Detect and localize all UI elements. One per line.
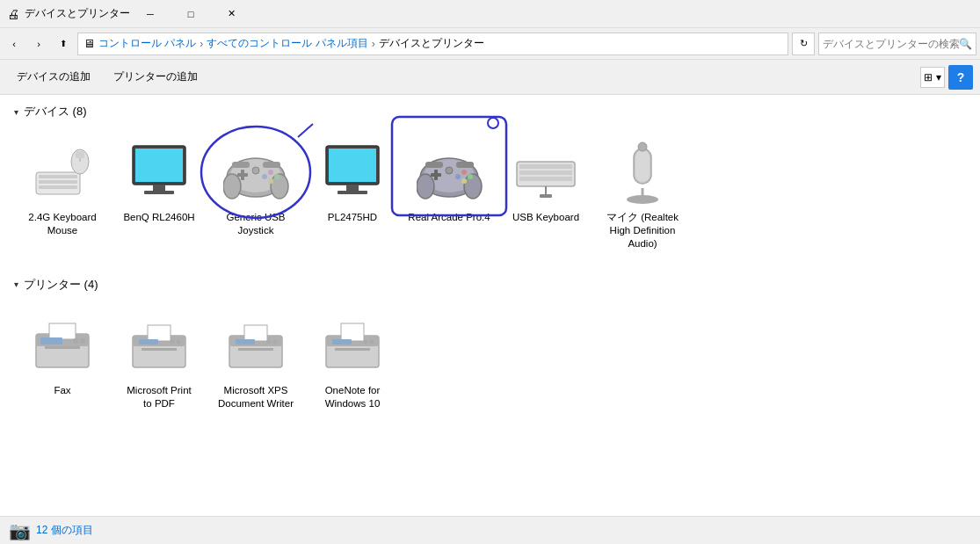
device-fax[interactable]: Fax xyxy=(14,301,111,419)
titlebar-icon: 🖨 xyxy=(7,7,19,21)
search-icon: 🔍 xyxy=(959,38,972,50)
statusbar: 📷 12 個の項目 xyxy=(0,516,980,544)
breadcrumb-icon: 🖥 xyxy=(83,37,95,50)
joystick-icon xyxy=(223,144,289,201)
device-ms-xps[interactable]: Microsoft XPSDocument Writer xyxy=(207,301,304,419)
statusbar-icon: 📷 xyxy=(9,520,31,541)
device-generic-joystick[interactable]: Generic USBJoystick xyxy=(207,128,304,259)
ms-pdf-label: Microsoft Printto PDF xyxy=(127,384,192,410)
titlebar: 🖨 デバイスとプリンター ─ □ ✕ xyxy=(0,0,980,28)
svg-point-61 xyxy=(80,338,85,344)
ms-pdf-icon xyxy=(128,316,190,374)
svg-rect-37 xyxy=(434,170,438,180)
svg-point-67 xyxy=(171,340,175,345)
svg-rect-10 xyxy=(144,191,174,194)
device-real-arcade[interactable]: Real Arcade Pro.4 xyxy=(401,128,497,259)
view-toggle[interactable]: ⊞ ▾ xyxy=(920,67,945,88)
svg-rect-69 xyxy=(142,348,177,351)
up-button[interactable]: ⬆ xyxy=(53,33,74,54)
svg-rect-46 xyxy=(519,164,572,169)
svg-rect-43 xyxy=(456,162,474,168)
svg-rect-8 xyxy=(135,149,183,182)
back-button[interactable]: ‹ xyxy=(4,33,25,54)
add-printer-button[interactable]: プリンターの追加 xyxy=(104,65,207,90)
pl2475hd-icon xyxy=(322,141,383,203)
mic-label: マイク (RealtekHigh DefinitionAudio) xyxy=(606,211,679,250)
breadcrumb: 🖥 コントロール パネル › すべてのコントロール パネル項目 › デバイスとプ… xyxy=(77,33,788,55)
fax-icon-area xyxy=(27,310,98,381)
breadcrumb-controlpanel[interactable]: コントロール パネル xyxy=(98,36,196,51)
svg-point-55 xyxy=(638,142,647,151)
svg-rect-9 xyxy=(153,185,165,192)
ms-xps-label: Microsoft XPSDocument Writer xyxy=(218,384,294,410)
device-onenote[interactable]: OneNote forWindows 10 xyxy=(304,301,401,419)
pl2475hd-label: PL2475HD xyxy=(328,211,377,224)
arcade-icon xyxy=(417,144,483,201)
svg-rect-6 xyxy=(76,151,84,158)
device-ms-pdf[interactable]: Microsoft Printto PDF xyxy=(111,301,207,419)
titlebar-controls: ─ □ ✕ xyxy=(130,0,251,28)
minimize-button[interactable]: ─ xyxy=(130,0,171,28)
svg-point-82 xyxy=(370,340,374,345)
breadcrumb-allitems[interactable]: すべてのコントロール パネル項目 xyxy=(207,36,367,51)
ms-xps-icon-area xyxy=(221,310,291,381)
devices-section-title: デバイス (8) xyxy=(24,104,87,120)
device-benq[interactable]: BenQ RL2460H xyxy=(111,128,207,259)
svg-rect-18 xyxy=(241,170,244,180)
svg-point-21 xyxy=(268,178,273,184)
forward-button[interactable]: › xyxy=(28,33,49,54)
device-usb-keyboard[interactable]: USB Keyboard xyxy=(497,128,594,259)
svg-rect-79 xyxy=(341,323,364,341)
refresh-button[interactable]: ↻ xyxy=(792,33,815,55)
svg-rect-48 xyxy=(519,177,572,181)
svg-rect-3 xyxy=(39,185,77,189)
addressbar: ‹ › ⬆ 🖥 コントロール パネル › すべてのコントロール パネル項目 › … xyxy=(0,28,980,60)
svg-rect-24 xyxy=(263,162,280,168)
printers-section-header[interactable]: ▾ プリンター (4) xyxy=(14,277,966,293)
help-button[interactable]: ? xyxy=(948,65,973,90)
usb-keyboard-icon-area xyxy=(511,137,581,207)
devices-chevron: ▾ xyxy=(14,107,18,117)
svg-rect-76 xyxy=(238,348,273,351)
svg-point-44 xyxy=(446,167,453,174)
mic-icon-area xyxy=(607,137,678,207)
svg-point-34 xyxy=(417,174,434,199)
benq-icon-area xyxy=(124,137,194,207)
svg-rect-2 xyxy=(39,180,77,184)
close-button[interactable]: ✕ xyxy=(211,0,251,28)
search-input[interactable] xyxy=(823,38,959,50)
mic-icon xyxy=(616,140,669,206)
keyboard-mouse-icon xyxy=(32,146,93,199)
onenote-label: OneNote forWindows 10 xyxy=(325,384,381,410)
devices-section-header[interactable]: ▾ デバイス (8) xyxy=(14,104,966,120)
svg-point-39 xyxy=(468,174,473,179)
arcade-label: Real Arcade Pro.4 xyxy=(408,211,490,224)
ms-xps-icon xyxy=(225,316,287,374)
maximize-button[interactable]: □ xyxy=(171,0,211,28)
svg-rect-72 xyxy=(244,325,267,341)
svg-point-41 xyxy=(455,174,461,179)
svg-point-16 xyxy=(271,174,288,199)
fax-icon xyxy=(32,316,93,374)
printers-chevron: ▾ xyxy=(14,279,18,289)
device-pl2475hd[interactable]: PL2475HD xyxy=(304,128,401,259)
breadcrumb-current: デバイスとプリンター xyxy=(379,36,484,51)
fax-label: Fax xyxy=(54,384,70,397)
device-mic[interactable]: マイク (RealtekHigh DefinitionAudio) xyxy=(594,128,691,259)
device-keyboard-mouse[interactable]: 2.4G KeyboardMouse xyxy=(14,128,111,259)
svg-rect-83 xyxy=(335,348,370,351)
svg-rect-47 xyxy=(519,170,572,175)
svg-rect-23 xyxy=(232,162,250,168)
keyboard-mouse-icon-area xyxy=(27,137,98,207)
svg-rect-62 xyxy=(45,346,80,349)
svg-point-25 xyxy=(252,167,259,174)
svg-point-60 xyxy=(73,338,78,344)
main-content: ▾ デバイス (8) xyxy=(0,95,980,516)
svg-rect-1 xyxy=(39,175,77,178)
onenote-icon-area xyxy=(317,310,388,381)
svg-rect-28 xyxy=(346,185,359,192)
onenote-icon xyxy=(322,316,383,374)
add-device-button[interactable]: デバイスの追加 xyxy=(7,65,100,90)
svg-rect-50 xyxy=(540,194,552,198)
keyboard-mouse-label: 2.4G KeyboardMouse xyxy=(28,211,96,237)
